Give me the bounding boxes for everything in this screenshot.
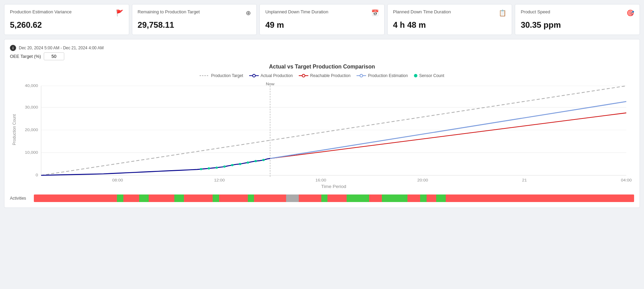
svg-point-40 [262,159,265,161]
svg-text:0: 0 [36,173,38,178]
activity-segment [398,194,407,202]
activity-segment [34,194,91,202]
svg-point-37 [239,163,241,165]
metric-header: Product Speed 🎯 [521,9,634,17]
metric-title: Remaining to Production Target [138,9,200,15]
main-chart-container: 0 10,000 20,000 30,000 40,000 Production… [10,82,634,192]
metric-title: Product Speed [521,9,550,15]
activity-segment [117,194,123,202]
svg-point-33 [208,167,210,169]
svg-point-35 [223,165,226,167]
svg-text:04:00: 04:00 [621,178,632,183]
activity-segment [347,194,356,202]
svg-text:40,000: 40,000 [25,83,38,88]
legend-item: Actual Production [249,73,293,78]
svg-text:10,000: 10,000 [25,150,38,155]
svg-point-4 [302,74,305,77]
legend-label: Sensor Count [419,73,444,78]
activity-segment [299,194,308,202]
activity-segment [277,194,286,202]
metric-card-remaining-to-production-target: Remaining to Production Target ⊕ 29,758.… [132,4,257,35]
metric-value: 49 m [265,20,379,30]
activity-segment [308,194,321,202]
activity-segment [248,194,254,202]
activity-segment [382,194,398,202]
activity-segment [519,194,538,202]
svg-text:08:00: 08:00 [112,178,123,183]
legend-label: Production Estimation [368,73,408,78]
legend-dot [414,74,417,77]
date-range: Dec 20, 2024 5:00 AM - Dec 21, 2024 4:00… [19,46,104,50]
metric-header: Unplanned Down Time Duration 📅 [265,9,379,17]
activity-segment [101,194,117,202]
activity-segment [407,194,420,202]
svg-text:20:00: 20:00 [417,178,428,183]
activity-segment [420,194,427,202]
metric-card-planned-down-time-duration: Planned Down Time Duration 📋 4 h 48 m [387,4,512,35]
metric-header: Planned Down Time Duration 📋 [393,9,507,17]
activity-segment [356,194,369,202]
metric-icon: 🚩 [116,9,123,17]
activity-segment [321,194,328,202]
activity-segment [139,194,149,202]
activity-segment [538,194,570,202]
metric-header: Production Estimation Variance 🚩 [10,9,123,17]
legend-label: Reachable Production [310,73,350,78]
activity-segment [446,194,494,202]
activity-segment [184,194,197,202]
metric-value: 5,260.62 [10,20,123,30]
legend-label: Production Target [211,73,243,78]
svg-point-6 [360,74,363,77]
svg-text:21: 21 [522,178,527,183]
metric-title: Production Estimation Variance [10,9,71,15]
activity-segment [254,194,264,202]
legend-item: Production Target [200,73,243,78]
legend-label: Actual Production [260,73,293,78]
main-chart-svg: 0 10,000 20,000 30,000 40,000 Production… [10,82,634,192]
metric-icon: ⊕ [246,9,251,17]
metric-title: Planned Down Time Duration [393,9,451,15]
legend-line [200,75,209,76]
legend: Production Target Actual Production Reac… [10,73,634,78]
metric-value: 29,758.11 [138,20,251,30]
activity-segment [235,194,247,202]
svg-point-2 [253,74,255,77]
svg-text:30,000: 30,000 [25,105,38,110]
activity-segment [149,194,174,202]
chart-title: Actual vs Target Production Comparison [10,64,634,70]
activity-segment [286,194,299,202]
activity-segment [369,194,382,202]
svg-text:20,000: 20,000 [25,127,38,132]
activity-segment [91,194,101,202]
activity-segment [219,194,235,202]
chart-section: i Dec 20, 2024 5:00 AM - Dec 21, 2024 4:… [4,39,640,208]
metric-title: Unplanned Down Time Duration [265,9,328,15]
svg-line-29 [41,86,626,175]
activity-segment [494,194,519,202]
activity-segment [213,194,219,202]
legend-item: Production Estimation [357,73,408,78]
metric-card-production-estimation-variance: Production Estimation Variance 🚩 5,260.6… [4,4,129,35]
activity-segment [337,194,347,202]
legend-line [299,75,308,76]
metric-value: 4 h 48 m [393,20,507,30]
metric-value: 30.35 ppm [521,20,634,30]
activity-segment [264,194,276,202]
svg-text:12:00: 12:00 [214,178,225,183]
legend-line [249,75,259,76]
activities-label: Activities [10,196,30,201]
svg-point-34 [215,166,218,168]
metric-header: Remaining to Production Target ⊕ [138,9,251,17]
metric-icon: 📅 [371,9,379,17]
activities-bar [34,194,634,202]
oee-input[interactable] [44,52,64,60]
svg-text:16:00: 16:00 [316,178,326,183]
activity-segment [174,194,184,202]
info-icon: i [10,45,16,51]
svg-line-30 [270,113,626,159]
activity-segment [327,194,337,202]
activity-segment [436,194,446,202]
activities-row: Activities [10,194,634,202]
activity-segment [570,194,596,202]
metric-card-product-speed: Product Speed 🎯 30.35 ppm [515,4,640,35]
